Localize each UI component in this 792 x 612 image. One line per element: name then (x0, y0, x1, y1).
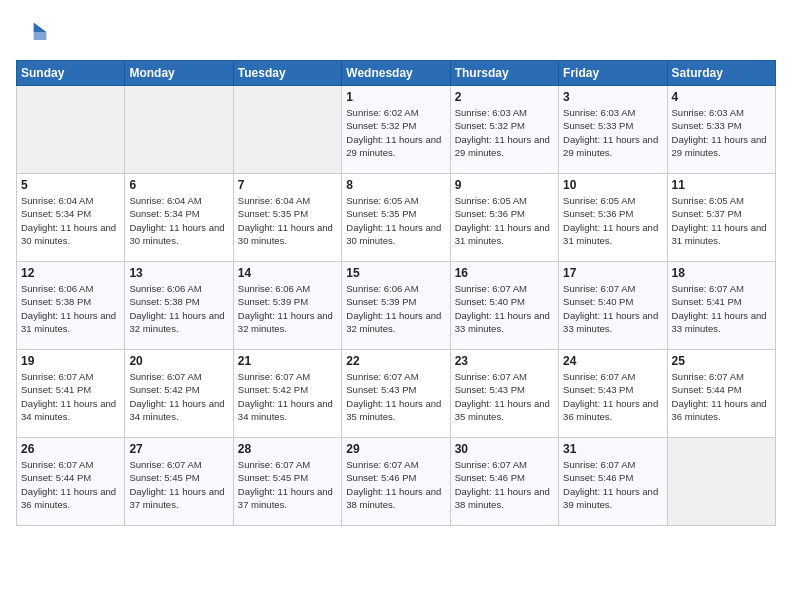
day-number: 9 (455, 178, 554, 192)
calendar-cell: 11Sunrise: 6:05 AMSunset: 5:37 PMDayligh… (667, 174, 775, 262)
calendar-cell: 19Sunrise: 6:07 AMSunset: 5:41 PMDayligh… (17, 350, 125, 438)
day-number: 8 (346, 178, 445, 192)
weekday-header-monday: Monday (125, 61, 233, 86)
day-info: Sunrise: 6:07 AMSunset: 5:46 PMDaylight:… (455, 458, 554, 511)
calendar-cell: 15Sunrise: 6:06 AMSunset: 5:39 PMDayligh… (342, 262, 450, 350)
day-info: Sunrise: 6:07 AMSunset: 5:43 PMDaylight:… (455, 370, 554, 423)
calendar-cell: 10Sunrise: 6:05 AMSunset: 5:36 PMDayligh… (559, 174, 667, 262)
week-row-4: 19Sunrise: 6:07 AMSunset: 5:41 PMDayligh… (17, 350, 776, 438)
calendar-cell: 2Sunrise: 6:03 AMSunset: 5:32 PMDaylight… (450, 86, 558, 174)
day-number: 15 (346, 266, 445, 280)
day-number: 4 (672, 90, 771, 104)
day-number: 29 (346, 442, 445, 456)
day-number: 21 (238, 354, 337, 368)
day-number: 7 (238, 178, 337, 192)
day-number: 27 (129, 442, 228, 456)
week-row-2: 5Sunrise: 6:04 AMSunset: 5:34 PMDaylight… (17, 174, 776, 262)
logo (16, 16, 52, 48)
calendar-cell: 31Sunrise: 6:07 AMSunset: 5:46 PMDayligh… (559, 438, 667, 526)
calendar-cell: 14Sunrise: 6:06 AMSunset: 5:39 PMDayligh… (233, 262, 341, 350)
weekday-header-sunday: Sunday (17, 61, 125, 86)
week-row-3: 12Sunrise: 6:06 AMSunset: 5:38 PMDayligh… (17, 262, 776, 350)
day-info: Sunrise: 6:06 AMSunset: 5:38 PMDaylight:… (21, 282, 120, 335)
day-info: Sunrise: 6:07 AMSunset: 5:45 PMDaylight:… (129, 458, 228, 511)
calendar-table: SundayMondayTuesdayWednesdayThursdayFrid… (16, 60, 776, 526)
day-number: 31 (563, 442, 662, 456)
day-info: Sunrise: 6:04 AMSunset: 5:34 PMDaylight:… (129, 194, 228, 247)
day-number: 18 (672, 266, 771, 280)
day-info: Sunrise: 6:07 AMSunset: 5:43 PMDaylight:… (563, 370, 662, 423)
weekday-header-friday: Friday (559, 61, 667, 86)
day-number: 20 (129, 354, 228, 368)
day-info: Sunrise: 6:05 AMSunset: 5:36 PMDaylight:… (563, 194, 662, 247)
day-info: Sunrise: 6:07 AMSunset: 5:40 PMDaylight:… (455, 282, 554, 335)
day-number: 23 (455, 354, 554, 368)
calendar-cell: 20Sunrise: 6:07 AMSunset: 5:42 PMDayligh… (125, 350, 233, 438)
calendar-cell: 4Sunrise: 6:03 AMSunset: 5:33 PMDaylight… (667, 86, 775, 174)
day-number: 17 (563, 266, 662, 280)
day-number: 24 (563, 354, 662, 368)
calendar-body: 1Sunrise: 6:02 AMSunset: 5:32 PMDaylight… (17, 86, 776, 526)
svg-marker-0 (34, 22, 47, 32)
day-number: 19 (21, 354, 120, 368)
day-info: Sunrise: 6:04 AMSunset: 5:35 PMDaylight:… (238, 194, 337, 247)
day-number: 30 (455, 442, 554, 456)
calendar-cell: 29Sunrise: 6:07 AMSunset: 5:46 PMDayligh… (342, 438, 450, 526)
day-info: Sunrise: 6:07 AMSunset: 5:46 PMDaylight:… (346, 458, 445, 511)
calendar-header: SundayMondayTuesdayWednesdayThursdayFrid… (17, 61, 776, 86)
calendar-cell: 22Sunrise: 6:07 AMSunset: 5:43 PMDayligh… (342, 350, 450, 438)
week-row-1: 1Sunrise: 6:02 AMSunset: 5:32 PMDaylight… (17, 86, 776, 174)
weekday-header-wednesday: Wednesday (342, 61, 450, 86)
day-number: 22 (346, 354, 445, 368)
day-info: Sunrise: 6:07 AMSunset: 5:40 PMDaylight:… (563, 282, 662, 335)
day-number: 28 (238, 442, 337, 456)
day-number: 26 (21, 442, 120, 456)
day-info: Sunrise: 6:07 AMSunset: 5:44 PMDaylight:… (21, 458, 120, 511)
calendar-cell (667, 438, 775, 526)
day-info: Sunrise: 6:07 AMSunset: 5:44 PMDaylight:… (672, 370, 771, 423)
day-info: Sunrise: 6:06 AMSunset: 5:39 PMDaylight:… (346, 282, 445, 335)
calendar-cell (233, 86, 341, 174)
day-info: Sunrise: 6:05 AMSunset: 5:35 PMDaylight:… (346, 194, 445, 247)
week-row-5: 26Sunrise: 6:07 AMSunset: 5:44 PMDayligh… (17, 438, 776, 526)
day-info: Sunrise: 6:07 AMSunset: 5:41 PMDaylight:… (672, 282, 771, 335)
weekday-header-saturday: Saturday (667, 61, 775, 86)
day-number: 3 (563, 90, 662, 104)
day-info: Sunrise: 6:02 AMSunset: 5:32 PMDaylight:… (346, 106, 445, 159)
day-info: Sunrise: 6:05 AMSunset: 5:37 PMDaylight:… (672, 194, 771, 247)
calendar-cell (17, 86, 125, 174)
day-number: 25 (672, 354, 771, 368)
calendar-cell: 28Sunrise: 6:07 AMSunset: 5:45 PMDayligh… (233, 438, 341, 526)
day-info: Sunrise: 6:07 AMSunset: 5:43 PMDaylight:… (346, 370, 445, 423)
logo-icon (16, 16, 48, 48)
day-number: 16 (455, 266, 554, 280)
day-info: Sunrise: 6:03 AMSunset: 5:33 PMDaylight:… (563, 106, 662, 159)
calendar-cell: 13Sunrise: 6:06 AMSunset: 5:38 PMDayligh… (125, 262, 233, 350)
day-info: Sunrise: 6:04 AMSunset: 5:34 PMDaylight:… (21, 194, 120, 247)
calendar-cell: 3Sunrise: 6:03 AMSunset: 5:33 PMDaylight… (559, 86, 667, 174)
calendar-cell: 8Sunrise: 6:05 AMSunset: 5:35 PMDaylight… (342, 174, 450, 262)
day-info: Sunrise: 6:07 AMSunset: 5:46 PMDaylight:… (563, 458, 662, 511)
day-number: 5 (21, 178, 120, 192)
calendar-cell: 16Sunrise: 6:07 AMSunset: 5:40 PMDayligh… (450, 262, 558, 350)
svg-marker-1 (34, 32, 47, 40)
calendar-cell: 25Sunrise: 6:07 AMSunset: 5:44 PMDayligh… (667, 350, 775, 438)
calendar-cell: 30Sunrise: 6:07 AMSunset: 5:46 PMDayligh… (450, 438, 558, 526)
calendar-cell: 7Sunrise: 6:04 AMSunset: 5:35 PMDaylight… (233, 174, 341, 262)
calendar-cell: 5Sunrise: 6:04 AMSunset: 5:34 PMDaylight… (17, 174, 125, 262)
day-info: Sunrise: 6:07 AMSunset: 5:45 PMDaylight:… (238, 458, 337, 511)
day-info: Sunrise: 6:05 AMSunset: 5:36 PMDaylight:… (455, 194, 554, 247)
calendar-cell: 27Sunrise: 6:07 AMSunset: 5:45 PMDayligh… (125, 438, 233, 526)
weekday-header-tuesday: Tuesday (233, 61, 341, 86)
day-info: Sunrise: 6:03 AMSunset: 5:32 PMDaylight:… (455, 106, 554, 159)
weekday-header-thursday: Thursday (450, 61, 558, 86)
day-number: 11 (672, 178, 771, 192)
day-number: 10 (563, 178, 662, 192)
weekday-row: SundayMondayTuesdayWednesdayThursdayFrid… (17, 61, 776, 86)
day-info: Sunrise: 6:06 AMSunset: 5:39 PMDaylight:… (238, 282, 337, 335)
day-info: Sunrise: 6:07 AMSunset: 5:42 PMDaylight:… (238, 370, 337, 423)
day-number: 2 (455, 90, 554, 104)
day-number: 12 (21, 266, 120, 280)
calendar-cell: 23Sunrise: 6:07 AMSunset: 5:43 PMDayligh… (450, 350, 558, 438)
day-number: 1 (346, 90, 445, 104)
